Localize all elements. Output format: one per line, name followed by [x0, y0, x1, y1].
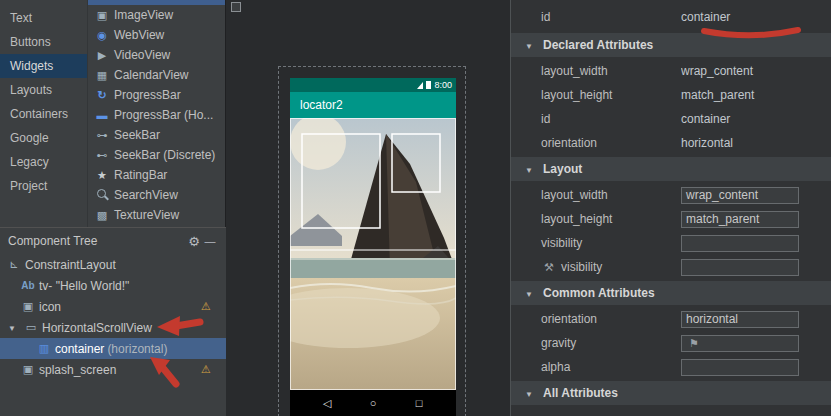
tree-item-label: icon	[39, 300, 61, 314]
linearlayout-horizontal-icon	[36, 343, 52, 354]
palette-item-label: SeekBar	[114, 128, 160, 142]
seekbar-discrete-icon	[94, 150, 110, 161]
design-canvas[interactable]: 8:00 locator2	[226, 0, 510, 416]
search-icon	[94, 188, 110, 202]
tree-item-label: HorizontalScrollView	[42, 321, 152, 335]
tree-item-tv[interactable]: Ab tv- "Hello World!"	[0, 275, 226, 296]
attr-label: orientation	[511, 312, 681, 326]
palette-item-progressbar-horizontal[interactable]: ProgressBar (Ho...	[88, 105, 225, 125]
warning-icon[interactable]	[198, 364, 214, 375]
gravity-field[interactable]	[681, 335, 799, 352]
sidebar-item-google[interactable]: Google	[0, 126, 87, 150]
section-title: Layout	[543, 162, 582, 176]
seekbar-icon	[94, 130, 110, 141]
minimize-icon[interactable]	[202, 236, 218, 247]
alpha-field[interactable]	[681, 359, 799, 376]
component-tree-header: Component Tree	[0, 228, 226, 254]
attr-value[interactable]: horizontal	[681, 136, 799, 150]
imageview-icon	[20, 364, 36, 375]
sidebar-item-text[interactable]: Text	[0, 6, 87, 30]
section-title: All Attributes	[543, 386, 618, 400]
tree-item-splash-screen[interactable]: splash_screen	[0, 359, 226, 380]
attr-label: layout_height	[511, 88, 681, 102]
sidebar-item-widgets[interactable]: Widgets	[0, 54, 87, 78]
section-title: Declared Attributes	[543, 38, 653, 52]
imageview-icon	[94, 10, 110, 21]
gear-icon[interactable]	[186, 235, 202, 248]
sidebar-item-buttons[interactable]: Buttons	[0, 30, 87, 54]
app-title: locator2	[300, 98, 343, 112]
warning-icon[interactable]	[198, 301, 214, 312]
visibility-dropdown[interactable]	[681, 235, 799, 252]
palette-item-webview[interactable]: WebView	[88, 25, 225, 45]
attr-label: visibility	[511, 260, 681, 274]
palette-item-searchview[interactable]: SearchView	[88, 185, 225, 205]
attr-label: alpha	[511, 360, 681, 374]
canvas-corner-icon	[231, 2, 241, 12]
sidebar-item-containers[interactable]: Containers	[0, 102, 87, 126]
section-collapse-icon	[521, 40, 537, 51]
palette-item-calendarview[interactable]: CalendarView	[88, 65, 225, 85]
mountain-beach-photo	[290, 118, 456, 390]
textview-ab-icon: Ab	[20, 280, 36, 291]
layout-height-dropdown[interactable]: match_parent	[681, 211, 799, 228]
chevron-expanded-icon[interactable]	[4, 322, 20, 333]
palette-widget-list: ImageView WebView VideoView CalendarView…	[88, 0, 226, 227]
section-collapse-icon	[521, 288, 537, 299]
app-bar: locator2	[290, 92, 456, 118]
wrench-icon	[541, 262, 557, 273]
home-icon[interactable]	[365, 398, 381, 409]
tools-visibility-dropdown[interactable]	[681, 259, 799, 276]
sidebar-item-layouts[interactable]: Layouts	[0, 78, 87, 102]
palette-item-progressbar[interactable]: ProgressBar	[88, 85, 225, 105]
attr-label: orientation	[511, 136, 681, 150]
attr-row-id-declared: id container	[511, 107, 831, 131]
palette-item-label: VideoView	[114, 48, 170, 62]
palette-item-label: ProgressBar	[114, 88, 181, 102]
attr-value[interactable]: match_parent	[681, 88, 799, 102]
palette-item-label: WebView	[114, 28, 164, 42]
section-declared-attributes[interactable]: Declared Attributes	[511, 33, 831, 57]
attr-label: id	[511, 112, 681, 126]
section-collapse-icon	[521, 164, 537, 175]
attr-row-layout-width-field: layout_width wrap_content	[511, 183, 831, 207]
layout-width-dropdown[interactable]: wrap_content	[681, 187, 799, 204]
tree-item-label: ConstraintLayout	[25, 258, 116, 272]
palette-item-textureview[interactable]: TextureView	[88, 205, 225, 225]
attr-value[interactable]: container	[681, 112, 799, 126]
device-preview[interactable]: 8:00 locator2	[290, 78, 456, 416]
wallpaper-image[interactable]	[290, 118, 456, 390]
flag-icon[interactable]	[686, 338, 702, 349]
palette-item-videoview[interactable]: VideoView	[88, 45, 225, 65]
sidebar-item-project[interactable]: Project	[0, 174, 87, 198]
section-common-attributes[interactable]: Common Attributes	[511, 281, 831, 305]
attr-row-layout-width: layout_width wrap_content	[511, 59, 831, 83]
tree-item-constraintlayout[interactable]: ConstraintLayout	[0, 254, 226, 275]
tree-item-container-selected[interactable]: container(horizontal)	[0, 338, 226, 359]
tree-item-horizontalscrollview[interactable]: HorizontalScrollView	[0, 317, 226, 338]
palette-item-imageview[interactable]: ImageView	[88, 5, 225, 25]
palette-item-seekbar[interactable]: SeekBar	[88, 125, 225, 145]
back-icon[interactable]	[319, 398, 335, 409]
recents-icon[interactable]	[411, 398, 427, 409]
attr-label: layout_height	[511, 212, 681, 226]
device-status-bar: 8:00	[290, 78, 456, 92]
orientation-dropdown[interactable]: horizontal	[681, 311, 799, 328]
attr-row-layout-height: layout_height match_parent	[511, 83, 831, 107]
attr-label: layout_width	[511, 64, 681, 78]
section-layout[interactable]: Layout	[511, 157, 831, 181]
sidebar-item-legacy[interactable]: Legacy	[0, 150, 87, 174]
id-input[interactable]: container	[681, 10, 799, 24]
palette-item-seekbar-discrete[interactable]: SeekBar (Discrete)	[88, 145, 225, 165]
attributes-panel: id container Declared Attributes layout_…	[510, 0, 831, 416]
section-collapse-icon	[521, 388, 537, 399]
tree-item-icon[interactable]: icon	[0, 296, 226, 317]
palette-item-ratingbar[interactable]: RatingBar	[88, 165, 225, 185]
status-time: 8:00	[434, 80, 452, 90]
attr-row-visibility: visibility	[511, 231, 831, 255]
section-all-attributes[interactable]: All Attributes	[511, 381, 831, 405]
signal-icon	[417, 82, 423, 89]
attr-label: visibility	[511, 236, 681, 250]
star-icon	[94, 170, 110, 181]
attr-value[interactable]: wrap_content	[681, 64, 799, 78]
